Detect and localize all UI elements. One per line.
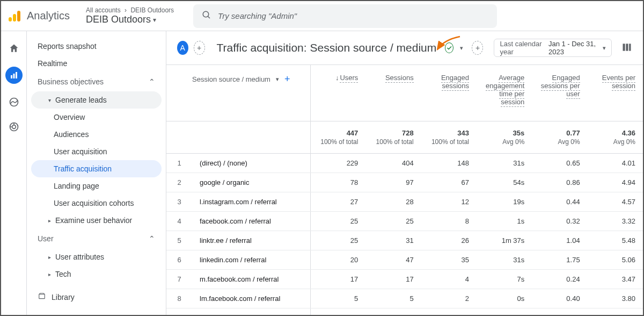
home-icon[interactable] — [8, 42, 20, 55]
sidebar-item-generate-leads[interactable]: ▾ Generate leads — [31, 91, 162, 109]
row-dimension: lm.facebook.com / referral — [192, 289, 310, 308]
column-header-users[interactable]: ↓Users — [310, 65, 365, 121]
summary-cell: 35sAvg 0% — [477, 121, 532, 154]
segment-chip[interactable]: A — [177, 41, 188, 55]
column-header-avg-engagement[interactable]: Average engagement time per session — [477, 65, 532, 121]
add-comparison-button[interactable]: + — [472, 41, 483, 55]
table-row[interactable]: 4facebook.com / referral252581s0.323.32 — [166, 212, 643, 231]
sidebar-item-traffic-acquisition[interactable]: Traffic acquisition — [31, 160, 162, 177]
svg-rect-4 — [16, 72, 17, 78]
icon-rail — [1, 31, 27, 315]
date-range-picker[interactable]: Last calendar year Jan 1 - Dec 31, 2023 … — [494, 39, 612, 57]
table-row[interactable]: 1(direct) / (none)22940414831s0.654.01 — [166, 154, 643, 173]
reports-icon[interactable] — [5, 67, 23, 84]
sidebar-heading-business[interactable]: Business objectives ⌃ — [31, 72, 162, 91]
sidebar-item-cohorts[interactable]: User acquisition cohorts — [31, 195, 162, 212]
search-bar[interactable] — [193, 4, 497, 28]
metric-cell: 54s — [477, 173, 532, 192]
sidebar-heading-user[interactable]: User ⌃ — [31, 229, 162, 248]
metric-cell: 4.01 — [588, 154, 643, 173]
sidebar-heading-label: Business objectives — [38, 77, 104, 86]
table-row[interactable]: 3l.instagram.com / referral27281219s0.44… — [166, 192, 643, 212]
date-range-value: Jan 1 - Dec 31, 2023 — [548, 40, 598, 56]
svg-rect-3 — [13, 74, 14, 78]
date-range-label: Last calendar year — [500, 40, 544, 56]
account-picker[interactable]: All accounts › DEIB Outdoors DEIB Outdoo… — [86, 6, 174, 25]
sidebar-item-audiences[interactable]: Audiences — [31, 126, 162, 143]
metric-cell: 20 — [310, 250, 365, 270]
table-row[interactable]: 8lm.facebook.com / referral5520s0.403.80 — [166, 289, 643, 308]
sidebar-item-label: Audiences — [54, 130, 89, 139]
sidebar-item-label: Traffic acquisition — [54, 164, 112, 173]
metric-cell: 8 — [421, 212, 477, 231]
metric-cell: 28 — [365, 192, 421, 212]
metric-cell: 4.57 — [588, 192, 643, 212]
metric-cell: 17 — [365, 270, 421, 289]
metric-cell: 0.24 — [532, 270, 587, 289]
explore-icon[interactable] — [8, 96, 20, 109]
svg-rect-11 — [629, 44, 631, 51]
sidebar-item-snapshot[interactable]: Reports snapshot — [31, 38, 162, 55]
metric-cell: 1s — [477, 212, 532, 231]
metric-cell: 229 — [310, 154, 365, 173]
sidebar-item-library[interactable]: Library — [31, 287, 162, 307]
sidebar-item-landing-page[interactable]: Landing page — [31, 177, 162, 195]
caret-down-icon[interactable]: ▾ — [276, 76, 279, 83]
metric-cell: 19s — [477, 192, 532, 212]
metric-cell: 0.86 — [532, 173, 587, 192]
caret-down-icon: ▾ — [153, 16, 156, 24]
dimension-picker[interactable]: Session source / medium — [192, 75, 270, 83]
report-toolbar: A + Traffic acquisition: Session source … — [166, 31, 643, 65]
sidebar-heading-label: User — [38, 234, 54, 243]
caret-right-icon: ▸ — [48, 218, 51, 224]
add-dimension-button[interactable]: + — [284, 74, 290, 85]
row-index: 3 — [166, 192, 192, 212]
metric-cell: 5 — [365, 289, 421, 308]
table-row[interactable]: 5linktr.ee / referral2531261m 37s1.045.4… — [166, 231, 643, 250]
compare-layout-icon[interactable] — [621, 42, 632, 54]
sidebar-item-tech[interactable]: ▸ Tech — [31, 265, 162, 283]
metric-cell: 31s — [477, 250, 532, 270]
advertising-icon[interactable] — [8, 120, 20, 133]
app-header: Analytics All accounts › DEIB Outdoors D… — [1, 1, 643, 31]
svg-rect-9 — [623, 44, 625, 51]
svg-rect-10 — [626, 44, 628, 51]
metric-cell: 0.32 — [532, 212, 587, 231]
sidebar-item-realtime[interactable]: Realtime — [31, 55, 162, 72]
column-header-events-per-session[interactable]: Events per session — [588, 65, 643, 121]
row-index: 9 — [166, 308, 192, 315]
metric-cell: 31s — [477, 308, 532, 315]
chevron-right-icon: › — [125, 6, 127, 14]
search-icon — [202, 10, 211, 21]
sidebar-item-label: Landing page — [54, 182, 99, 190]
summary-row: 447100% of total728100% of total343100% … — [166, 121, 643, 154]
table-row[interactable]: 9l.facebook.com / referral48531s1.253.63 — [166, 308, 643, 315]
add-segment-button[interactable]: + — [194, 41, 205, 55]
breadcrumb-parent: DEIB Outdoors — [130, 6, 174, 14]
sidebar-item-user-attributes[interactable]: ▸ User attributes — [31, 248, 162, 265]
column-header-sessions[interactable]: Sessions — [365, 65, 421, 121]
row-index: 5 — [166, 231, 192, 250]
metric-cell: 25 — [365, 212, 421, 231]
search-input[interactable] — [218, 11, 488, 20]
sidebar-item-label: Overview — [54, 113, 85, 121]
sidebar-item-examine-behavior[interactable]: ▸ Examine user behavior — [31, 212, 162, 229]
caret-down-icon: ▾ — [48, 97, 51, 103]
caret-down-icon[interactable]: ▾ — [460, 45, 463, 52]
svg-point-0 — [203, 11, 209, 17]
verified-checkmark-icon[interactable] — [445, 42, 453, 53]
metric-cell: 25 — [310, 231, 365, 250]
table-row[interactable]: 2google / organic78976754s0.864.94 — [166, 173, 643, 192]
sort-down-arrow-icon: ↓ — [335, 74, 339, 82]
metric-cell: 1.04 — [532, 231, 587, 250]
sidebar-item-label: Generate leads — [55, 96, 107, 104]
column-header-engaged-per-user[interactable]: Engaged sessions per user — [532, 65, 587, 121]
column-header-engaged-sessions[interactable]: Engaged sessions — [421, 65, 477, 121]
metric-cell: 47 — [365, 250, 421, 270]
sidebar-item-user-acquisition[interactable]: User acquisition — [31, 143, 162, 160]
table-row[interactable]: 7m.facebook.com / referral171747s0.243.4… — [166, 270, 643, 289]
sidebar-item-overview[interactable]: Overview — [31, 109, 162, 126]
row-index: 7 — [166, 270, 192, 289]
table-row[interactable]: 6linkedin.com / referral20473531s1.755.0… — [166, 250, 643, 270]
data-table: Session source / medium ▾ + ↓Users Sessi… — [166, 65, 643, 315]
